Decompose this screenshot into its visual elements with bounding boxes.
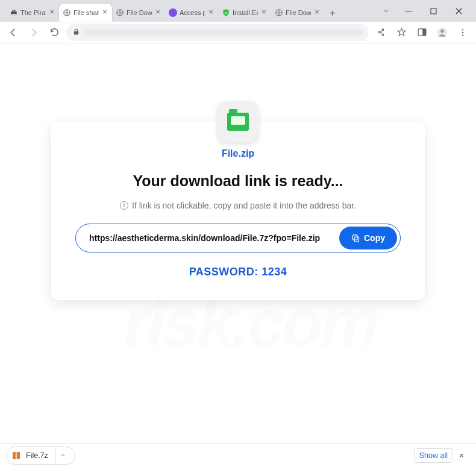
close-button[interactable] — [446, 2, 471, 19]
copy-icon — [351, 234, 360, 243]
tab-title: File shari — [74, 9, 99, 16]
close-icon[interactable]: × — [101, 9, 108, 16]
close-icon[interactable]: × — [48, 9, 55, 16]
svg-rect-25 — [16, 452, 17, 459]
password-line: PASSWORD: 1234 — [75, 266, 401, 278]
svg-rect-10 — [422, 29, 426, 36]
lock-icon — [72, 27, 80, 38]
close-icon[interactable]: × — [154, 9, 161, 16]
svg-rect-7 — [431, 8, 436, 14]
profile-icon[interactable] — [434, 24, 451, 41]
minimize-button[interactable] — [395, 2, 421, 19]
menu-icon[interactable] — [454, 24, 471, 41]
tab-strip: The Pirate × File shari × File Down × Ac… — [5, 2, 377, 22]
download-link-box: https://aestheticderma.skin/download/Fil… — [75, 224, 401, 252]
copy-label: Copy — [364, 233, 385, 243]
tab-install[interactable]: Install Ext × — [218, 4, 271, 22]
svg-rect-22 — [354, 237, 359, 242]
chevron-down-icon[interactable] — [377, 2, 395, 19]
new-tab-button[interactable]: + — [324, 5, 341, 22]
globe-icon — [116, 8, 124, 17]
tab-title: File Down — [286, 9, 311, 16]
tab-title: The Pirate — [20, 9, 46, 16]
address-bar[interactable] — [66, 24, 369, 41]
shield-icon — [222, 8, 230, 17]
download-filename: File.7z — [26, 451, 48, 460]
file-icon — [218, 101, 258, 142]
copy-button[interactable]: Copy — [339, 227, 397, 249]
browser-toolbar — [0, 22, 476, 43]
headline: Your download link is ready... — [75, 172, 401, 190]
show-all-button[interactable]: Show all — [414, 448, 453, 463]
download-item[interactable]: File.7z — [6, 447, 75, 465]
svg-rect-6 — [405, 11, 412, 11]
tab-filedown2[interactable]: File Down × — [271, 4, 324, 22]
back-button[interactable] — [5, 24, 22, 41]
svg-rect-2 — [12, 14, 16, 16]
bookmark-icon[interactable] — [393, 24, 410, 41]
password-label: PASSWORD: — [189, 266, 258, 278]
close-icon[interactable]: × — [313, 9, 321, 16]
password-value: 1234 — [261, 266, 287, 278]
purple-icon — [169, 8, 177, 17]
sidepanel-icon[interactable] — [413, 24, 430, 41]
filename: File.zip — [75, 148, 401, 159]
svg-rect-23 — [353, 234, 358, 239]
svg-rect-8 — [74, 31, 79, 34]
tab-pirate[interactable]: The Pirate × — [6, 4, 59, 22]
chevron-up-icon[interactable] — [55, 447, 70, 464]
download-card: File.zip Your download link is ready... … — [51, 122, 425, 300]
forward-button[interactable] — [25, 24, 42, 41]
svg-point-14 — [462, 31, 463, 33]
window-controls — [377, 0, 471, 22]
tab-title: Access po — [180, 9, 205, 16]
tab-filedown1[interactable]: File Down × — [112, 4, 165, 22]
globe-icon — [275, 8, 283, 17]
tab-title: Install Ext — [233, 9, 258, 16]
downloads-bar: File.7z Show all × — [0, 443, 476, 467]
svg-point-12 — [440, 29, 444, 33]
hint-text: i If link is not clickable, copy and pas… — [75, 201, 401, 210]
hint-label: If link is not clickable, copy and paste… — [132, 201, 356, 210]
url-obscured — [85, 30, 363, 36]
svg-point-15 — [462, 34, 463, 36]
tab-access[interactable]: Access po × — [165, 4, 218, 22]
download-url[interactable]: https://aestheticderma.skin/download/Fil… — [89, 233, 333, 243]
svg-rect-1 — [12, 10, 16, 11]
tab-title: File Down — [127, 9, 152, 16]
page-content: risk.com File.zip Your download link is … — [0, 43, 476, 443]
close-icon[interactable]: × — [207, 9, 215, 16]
info-icon: i — [120, 201, 128, 210]
tab-filesharing[interactable]: File shari × — [59, 4, 112, 22]
close-icon[interactable]: × — [453, 450, 470, 460]
titlebar: The Pirate × File shari × File Down × Ac… — [0, 0, 476, 22]
globe-icon — [63, 8, 71, 17]
close-icon[interactable]: × — [260, 9, 268, 16]
share-icon[interactable] — [372, 24, 389, 41]
printer-icon — [10, 8, 18, 17]
reload-button[interactable] — [46, 24, 63, 41]
maximize-button[interactable] — [421, 2, 446, 19]
svg-point-13 — [462, 29, 463, 30]
archive-icon — [11, 451, 21, 460]
